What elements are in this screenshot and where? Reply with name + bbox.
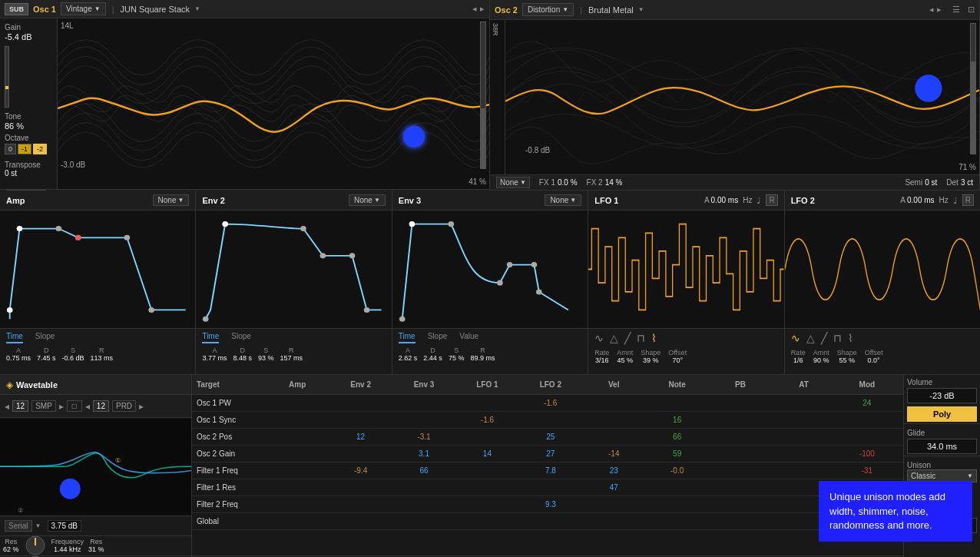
wt-ctrl-next2[interactable]: ▸ [139, 401, 144, 412]
osc1-level-slider[interactable] [480, 22, 486, 169]
wavetable-header: ◈ Wavetable [0, 375, 191, 395]
lfo1-shape-sawtooth[interactable]: ╱ [624, 332, 631, 344]
env2-tab-time[interactable]: Time [202, 332, 219, 343]
mod-cell-f1f-note[interactable]: -0.0 [645, 466, 708, 475]
lfo2-shape-sine[interactable]: ∿ [791, 332, 800, 344]
sub-badge: SUB [5, 3, 28, 15]
osc1-mode-dropdown[interactable]: Vintage ▼ [61, 2, 106, 15]
lfo2-offset-val: 0.0° [868, 356, 880, 364]
lfo2-shape-label: Shape [837, 349, 857, 356]
osc2-menu-icon[interactable]: ☰ [952, 5, 960, 15]
mod-cell-osc2pos-lfo2[interactable]: 25 [519, 433, 582, 441]
mod-cell-f1f-vel[interactable]: 23 [582, 466, 645, 475]
mod-cell-osc2pos-env2[interactable]: 12 [329, 433, 392, 441]
osc2-none-dropdown[interactable]: None ▼ [496, 177, 530, 188]
osc2-close-icon[interactable]: ⊡ [968, 5, 975, 15]
svg-point-10 [223, 221, 229, 227]
env3-target-dropdown[interactable]: None ▼ [545, 194, 581, 206]
mod-cell-osc2gain-lfo2[interactable]: 27 [519, 449, 582, 458]
mod-cell-osc1pw-mod[interactable]: 24 [836, 399, 899, 407]
lfo1-shape-square[interactable]: ⊓ [637, 332, 645, 344]
wt-ctrl-prev2[interactable]: ◂ [85, 401, 90, 412]
osc2-mode-dropdown[interactable]: Distortion ▼ [522, 3, 574, 16]
amp-tab-slope[interactable]: Slope [35, 332, 55, 343]
oct-btn-neg2[interactable]: -2 [33, 144, 47, 154]
wt-ctrl-prd[interactable]: PRD [112, 400, 136, 412]
wt-ctrl-prev1[interactable]: ◂ [5, 401, 9, 412]
svg-point-11 [301, 226, 307, 231]
wt-ctrl-box[interactable]: □ [67, 400, 82, 412]
mod-cell-osc2gain-lfo1[interactable]: 14 [455, 449, 518, 458]
osc2-det: Det 3 ct [946, 178, 973, 187]
amp-panel: Amp None ▼ [0, 191, 196, 374]
lfo1-shape-triangle[interactable]: △ [610, 332, 618, 344]
lfo1-R-btn[interactable]: R [766, 194, 777, 206]
mod-col-mod: Mod [836, 380, 899, 389]
mod-col-at: AT [772, 380, 835, 389]
env3-panel: Env 3 None ▼ [392, 191, 588, 374]
env2-target-dropdown[interactable]: None ▼ [349, 194, 386, 206]
oct-btn-neg1[interactable]: -1 [18, 144, 31, 154]
mod-cell-f1f-env2[interactable]: -9.4 [329, 466, 392, 475]
lfo2-R-btn[interactable]: R [962, 194, 974, 206]
env2-graph [196, 211, 391, 328]
oct-btn-0[interactable]: 0 [5, 144, 16, 154]
mod-cell-f1f-lfo2[interactable]: 7.8 [519, 466, 582, 475]
osc2-fx1: FX 1 0.0 % [539, 178, 578, 187]
lfo1-a-val: 0.00 ms [711, 196, 739, 204]
amp-tab-time[interactable]: Time [6, 332, 23, 343]
osc2-level-slider-left[interactable]: 38R [490, 20, 505, 174]
env3-tab-time[interactable]: Time [399, 332, 416, 343]
lfo2-hz-label: Hz [939, 196, 949, 204]
lfo2-shape-sawtooth[interactable]: ╱ [821, 332, 827, 344]
wt-res-label: Res [5, 538, 17, 545]
svg-point-9 [203, 317, 209, 322]
wt-serial-dropdown[interactable]: Serial [5, 520, 32, 532]
osc1-preset: JUN Square Stack [121, 5, 190, 14]
lfo2-shape-triangle[interactable]: △ [806, 332, 815, 344]
lfo1-shape-sine[interactable]: ∿ [594, 332, 604, 344]
amp-adsr-tabs: Time Slope [6, 332, 189, 343]
wt-serial-arrow[interactable]: ▼ [35, 522, 41, 529]
wt-ctrl-smp[interactable]: SMP [31, 400, 56, 412]
rpanel-classic-dropdown[interactable]: Classic ▼ [907, 469, 977, 482]
svg-point-6 [124, 235, 131, 240]
lfo2-shape-random[interactable]: ⌇ [848, 332, 853, 344]
amp-footer: Time Slope A 0.75 ms D 7.45 s S -0.6 dB [0, 328, 195, 374]
amp-target-dropdown[interactable]: None ▼ [153, 194, 190, 206]
rpanel-poly-button[interactable]: Poly [907, 406, 977, 422]
mod-cell-osc2gain-env3[interactable]: 3.1 [392, 449, 455, 458]
mod-cell-osc2gain-note[interactable]: 59 [645, 449, 708, 458]
mod-cell-osc2pos-note[interactable]: 66 [645, 433, 708, 441]
lfo2-shapes: ∿ △ ╱ ⊓ ⌇ [791, 332, 974, 344]
svg-point-15 [399, 317, 406, 322]
lfo2-shape-square[interactable]: ⊓ [833, 332, 842, 344]
mod-cell-osc2gain-vel[interactable]: -14 [582, 449, 645, 458]
mod-row-osc1sync: Osc 1 Sync -1.6 16 [192, 412, 903, 429]
env3-tab-slope[interactable]: Slope [428, 332, 448, 343]
osc2-nav-arrows[interactable]: ◂▸ [929, 5, 942, 15]
mod-cell-f1f-mod[interactable]: -31 [836, 466, 899, 475]
mod-target-filter1freq: Filter 1 Freq [197, 466, 266, 475]
mod-col-lfo2: LFO 2 [519, 380, 582, 389]
lfo1-shape-random[interactable]: ⌇ [651, 332, 657, 344]
wt-freq2-knob[interactable] [24, 554, 47, 557]
osc2-level-slider[interactable] [970, 23, 976, 154]
mod-cell-f2f-lfo2[interactable]: 9.3 [519, 500, 582, 509]
osc1-gain-top: 14L [61, 22, 74, 30]
osc2-gain-top: 38R [492, 23, 499, 36]
mod-cell-osc1pw-lfo2[interactable]: -1.6 [519, 399, 582, 407]
mod-cell-f1f-env3[interactable]: 66 [392, 466, 455, 475]
wt-ctrl-next1[interactable]: ▸ [59, 401, 64, 412]
lfo1-offset: Offset 70° [668, 349, 687, 364]
mod-cell-osc2pos-env3[interactable]: -3.1 [392, 433, 455, 441]
env3-tab-value[interactable]: Value [459, 332, 478, 343]
mod-cell-osc2gain-mod[interactable]: -100 [836, 449, 899, 458]
osc1-nav-arrows[interactable]: ◂▸ [472, 4, 485, 14]
env2-tab-slope[interactable]: Slope [231, 332, 251, 343]
osc1-gain-slider[interactable] [5, 46, 9, 108]
mod-cell-f1r-vel[interactable]: 47 [582, 483, 645, 492]
mod-cell-osc1sync-lfo1[interactable]: -1.6 [455, 416, 518, 424]
wt-res-section: Res 62 % [3, 538, 19, 553]
mod-cell-osc1sync-note[interactable]: 16 [645, 416, 708, 424]
